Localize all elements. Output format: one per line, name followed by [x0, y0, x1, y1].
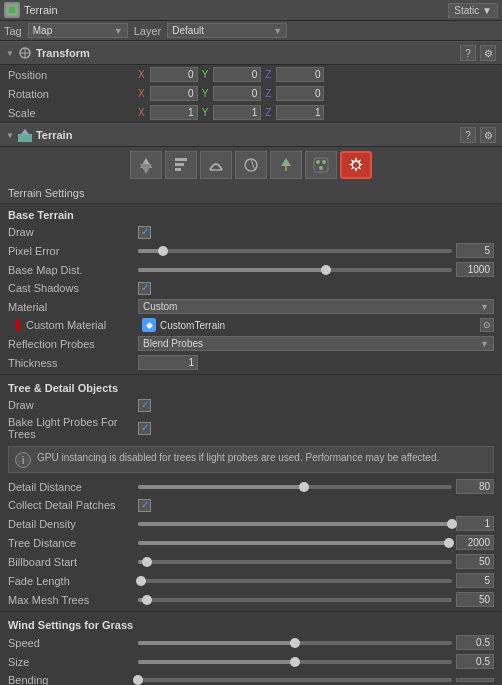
- place-tree-tool[interactable]: [270, 151, 302, 179]
- divider-1: [0, 374, 502, 375]
- scale-y-label: Y: [202, 107, 209, 118]
- max-mesh-slider-container: 50: [138, 592, 494, 607]
- terrain-toolbar: [0, 147, 502, 183]
- pixel-error-thumb[interactable]: [158, 246, 168, 256]
- scale-x-field[interactable]: 1: [150, 105, 198, 120]
- pos-z-field[interactable]: 0: [276, 67, 324, 82]
- transform-info-btn[interactable]: ?: [460, 45, 476, 61]
- pos-y-field[interactable]: 0: [213, 67, 261, 82]
- wind-size-value[interactable]: 0.5: [456, 654, 494, 669]
- material-row: Material Custom ▼: [0, 297, 502, 316]
- billboard-start-track[interactable]: [138, 560, 452, 564]
- detail-distance-track[interactable]: [138, 485, 452, 489]
- tree-distance-track[interactable]: [138, 541, 452, 545]
- wind-grass-title: Wind Settings for Grass: [0, 614, 502, 633]
- terrain-header[interactable]: ▼ Terrain ? ⚙: [0, 123, 502, 147]
- paint-detail-tool[interactable]: [305, 151, 337, 179]
- detail-distance-value[interactable]: 80: [456, 479, 494, 494]
- paint-texture-icon: [242, 156, 260, 174]
- custom-mat-select-btn[interactable]: ⊙: [480, 318, 494, 332]
- wind-bending-thumb[interactable]: [133, 675, 143, 685]
- fade-length-thumb[interactable]: [136, 576, 146, 586]
- detail-density-track[interactable]: [138, 522, 452, 526]
- paint-texture-tool[interactable]: [235, 151, 267, 179]
- scale-z-field[interactable]: 1: [276, 105, 324, 120]
- tag-dropdown[interactable]: Map ▼: [28, 23, 128, 38]
- detail-density-label: Detail Density: [8, 518, 138, 530]
- billboard-start-value[interactable]: 50: [456, 554, 494, 569]
- wind-speed-value[interactable]: 0.5: [456, 635, 494, 650]
- draw-row: Draw: [0, 223, 502, 241]
- svg-rect-10: [175, 163, 184, 166]
- terrain-icon: [18, 128, 32, 142]
- detail-distance-thumb[interactable]: [299, 482, 309, 492]
- static-badge[interactable]: Static ▼: [448, 3, 498, 18]
- cast-shadows-row: Cast Shadows: [0, 279, 502, 297]
- thickness-field[interactable]: 1: [138, 355, 198, 370]
- transform-content: Position X 0 Y 0 Z 0 Rotation X 0 Y 0: [0, 65, 502, 122]
- base-map-dist-fill: [138, 268, 326, 272]
- wind-size-track[interactable]: [138, 660, 452, 664]
- terrain-section: ▼ Terrain ? ⚙: [0, 123, 502, 685]
- detail-density-thumb[interactable]: [447, 519, 457, 529]
- collect-detail-checkbox[interactable]: [138, 499, 151, 512]
- detail-density-row: Detail Density 1: [0, 514, 502, 533]
- rot-y-field[interactable]: 0: [213, 86, 261, 101]
- wind-size-thumb[interactable]: [290, 657, 300, 667]
- tag-label: Tag: [4, 25, 22, 37]
- tree-distance-value[interactable]: 2000: [456, 535, 494, 550]
- wind-speed-thumb[interactable]: [290, 638, 300, 648]
- terrain-gear-btn[interactable]: ⚙: [480, 127, 496, 143]
- smooth-icon: [207, 156, 225, 174]
- fade-length-value[interactable]: 5: [456, 573, 494, 588]
- draw-checkbox[interactable]: [138, 226, 151, 239]
- billboard-start-thumb[interactable]: [142, 557, 152, 567]
- svg-rect-9: [175, 158, 187, 161]
- detail-density-slider-container: 1: [138, 516, 494, 531]
- base-map-dist-track[interactable]: [138, 268, 452, 272]
- rot-z-field[interactable]: 0: [276, 86, 324, 101]
- detail-density-value[interactable]: 1: [456, 516, 494, 531]
- tree-draw-checkbox[interactable]: [138, 399, 151, 412]
- wind-speed-label: Speed: [8, 637, 138, 649]
- max-mesh-row: Max Mesh Trees 50: [0, 590, 502, 609]
- terrain-settings-label: Terrain Settings: [0, 183, 502, 204]
- scale-x-label: X: [138, 107, 145, 118]
- max-mesh-track[interactable]: [138, 598, 452, 602]
- base-map-dist-slider-container: 1000: [138, 262, 494, 277]
- fade-length-track[interactable]: [138, 579, 452, 583]
- max-mesh-label: Max Mesh Trees: [8, 594, 138, 606]
- smooth-tool[interactable]: [200, 151, 232, 179]
- object-icon: [4, 2, 20, 18]
- max-mesh-value[interactable]: 50: [456, 592, 494, 607]
- wind-bending-track[interactable]: [138, 678, 452, 682]
- place-tree-icon: [277, 156, 295, 174]
- terrain-info-btn[interactable]: ?: [460, 127, 476, 143]
- paint-height-tool[interactable]: [165, 151, 197, 179]
- position-label: Position: [8, 69, 138, 81]
- tree-distance-thumb[interactable]: [444, 538, 454, 548]
- base-map-dist-thumb[interactable]: [321, 265, 331, 275]
- base-map-dist-value[interactable]: 1000: [456, 262, 494, 277]
- cast-shadows-checkbox[interactable]: [138, 282, 151, 295]
- layer-dropdown[interactable]: Default ▼: [167, 23, 287, 38]
- wind-bending-slider-container: [138, 678, 494, 682]
- pos-x-field[interactable]: 0: [150, 67, 198, 82]
- pixel-error-value[interactable]: 5: [456, 243, 494, 258]
- material-dropdown[interactable]: Custom ▼: [138, 299, 494, 314]
- settings-tool[interactable]: [340, 151, 372, 179]
- svg-marker-8: [140, 164, 152, 174]
- scale-y-field[interactable]: 1: [213, 105, 261, 120]
- max-mesh-thumb[interactable]: [142, 595, 152, 605]
- wind-bending-value[interactable]: [456, 678, 494, 682]
- pixel-error-track[interactable]: [138, 249, 452, 253]
- svg-point-19: [322, 160, 326, 164]
- transform-gear-btn[interactable]: ⚙: [480, 45, 496, 61]
- reflection-probes-dropdown[interactable]: Blend Probes ▼: [138, 336, 494, 351]
- wind-speed-track[interactable]: [138, 641, 452, 645]
- rot-x-field[interactable]: 0: [150, 86, 198, 101]
- raise-lower-tool[interactable]: [130, 151, 162, 179]
- wind-size-label: Size: [8, 656, 138, 668]
- transform-header[interactable]: ▼ Transform ? ⚙: [0, 41, 502, 65]
- bake-light-checkbox[interactable]: [138, 422, 151, 435]
